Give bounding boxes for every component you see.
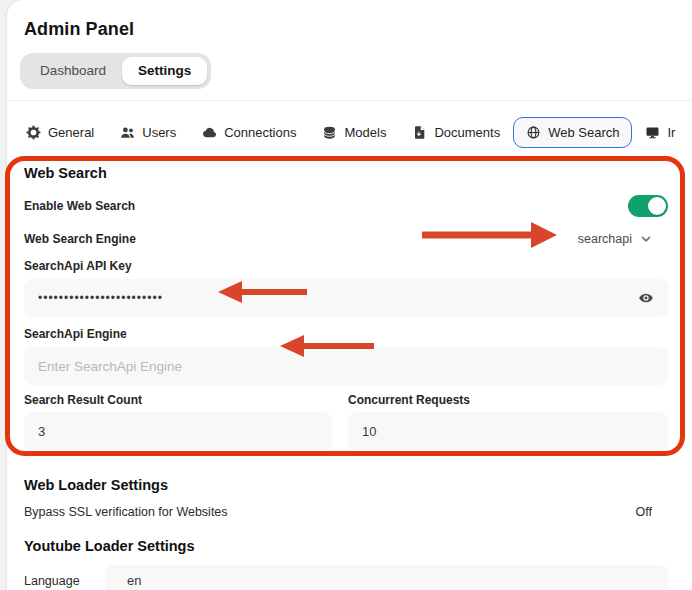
chevron-down-icon xyxy=(640,233,652,245)
searchapi-engine-field xyxy=(24,347,668,385)
language-label: Language xyxy=(24,574,105,588)
language-row: Language xyxy=(24,565,668,590)
web-search-engine-row: Web Search Engine searchapi xyxy=(24,232,668,246)
web-search-engine-select[interactable]: searchapi xyxy=(578,232,652,246)
enable-web-search-toggle[interactable] xyxy=(628,195,668,217)
header-divider xyxy=(7,100,692,101)
bypass-ssl-value[interactable]: Off xyxy=(636,505,652,519)
gear-icon xyxy=(26,125,41,140)
web-search-engine-value: searchapi xyxy=(578,232,632,246)
bypass-ssl-row: Bypass SSL verification for Websites Off xyxy=(24,505,668,519)
users-icon xyxy=(120,125,135,140)
toggle-knob xyxy=(648,197,666,215)
web-search-engine-label: Web Search Engine xyxy=(24,232,136,246)
tab-label: Documents xyxy=(434,125,500,140)
document-icon xyxy=(412,125,427,140)
view-switcher-dashboard[interactable]: Dashboard xyxy=(24,57,122,85)
page-title: Admin Panel xyxy=(24,17,692,41)
concurrent-requests-input[interactable] xyxy=(348,412,668,450)
settings-tabbar: General Users Connections xyxy=(13,117,692,148)
tab-label: General xyxy=(48,125,94,140)
search-result-count-label: Search Result Count xyxy=(24,393,332,407)
tab-general[interactable]: General xyxy=(13,117,107,148)
tab-label: Ir xyxy=(667,125,675,140)
tab-users[interactable]: Users xyxy=(107,117,189,148)
youtube-loader-section-title: Youtube Loader Settings xyxy=(24,537,668,555)
cloud-icon xyxy=(202,125,217,140)
web-loader-section-title: Web Loader Settings xyxy=(24,476,668,494)
tab-label: Users xyxy=(142,125,176,140)
database-icon xyxy=(322,125,337,140)
enable-web-search-row: Enable Web Search xyxy=(24,195,668,217)
tab-interface[interactable]: Ir xyxy=(632,117,688,148)
search-result-count-input[interactable] xyxy=(24,412,332,450)
language-input[interactable] xyxy=(105,565,668,590)
settings-content: Web Search Enable Web Search Web Search … xyxy=(7,164,692,590)
searchapi-api-key-input[interactable] xyxy=(24,279,668,317)
tab-connections[interactable]: Connections xyxy=(189,117,309,148)
searchapi-engine-input[interactable] xyxy=(24,347,668,385)
eye-icon xyxy=(638,290,654,306)
counts-inputs-row xyxy=(24,412,668,450)
globe-icon xyxy=(526,125,541,140)
tab-documents[interactable]: Documents xyxy=(399,117,513,148)
enable-web-search-label: Enable Web Search xyxy=(24,199,135,213)
tab-label: Web Search xyxy=(548,125,619,140)
header: Admin Panel Dashboard Settings xyxy=(7,0,692,101)
concurrent-requests-label: Concurrent Requests xyxy=(348,393,668,407)
web-search-section-title: Web Search xyxy=(24,164,668,182)
view-switcher: Dashboard Settings xyxy=(20,53,211,89)
admin-panel-window: Admin Panel Dashboard Settings xyxy=(7,0,692,590)
searchapi-api-key-field xyxy=(24,279,668,317)
tab-web-search[interactable]: Web Search xyxy=(513,117,632,148)
tab-label: Models xyxy=(344,125,386,140)
tab-models[interactable]: Models xyxy=(309,117,399,148)
bypass-ssl-label: Bypass SSL verification for Websites xyxy=(24,505,228,519)
tab-label: Connections xyxy=(224,125,296,140)
show-api-key-button[interactable] xyxy=(638,290,654,306)
monitor-icon xyxy=(645,125,660,140)
counts-labels-row: Search Result Count Concurrent Requests xyxy=(24,393,668,407)
searchapi-api-key-label: SearchApi API Key xyxy=(24,259,668,273)
searchapi-engine-label: SearchApi Engine xyxy=(24,327,668,341)
view-switcher-settings[interactable]: Settings xyxy=(122,57,207,85)
